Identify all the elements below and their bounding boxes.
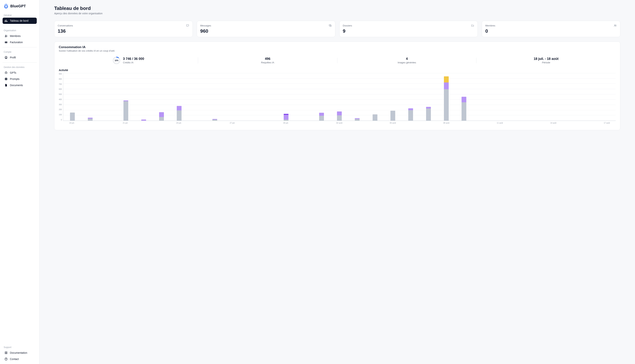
bar[interactable]	[88, 118, 93, 121]
x-tick	[580, 122, 598, 124]
bar-segment	[390, 111, 395, 121]
main-content: Tableau de bord Aperçu des données de vo…	[40, 0, 635, 364]
bar[interactable]	[212, 119, 217, 121]
consumption-panel: Consommation IA Suivez l'utilisation de …	[54, 42, 620, 130]
bar-segment	[461, 97, 466, 102]
bar-segment	[373, 114, 377, 121]
bar-segment	[284, 115, 288, 120]
bar-segment	[70, 112, 75, 121]
bar[interactable]	[337, 111, 342, 121]
stat-value: 0	[485, 28, 617, 34]
stat-label: Conversations	[58, 24, 73, 27]
bar-segment	[319, 116, 324, 121]
bar-segment	[284, 120, 288, 121]
bar-segment	[408, 108, 413, 110]
stat-cards-row: Conversations136Messages960Dossiers9Memb…	[54, 21, 620, 37]
sidebar-item-contact[interactable]: Contact	[3, 356, 37, 362]
metrics-row: 10% 3 746 / 36 000 Crédits IA 496 Requêt…	[59, 56, 616, 65]
x-tick: 30 juil.	[277, 122, 295, 124]
sidebar-item-dashboard[interactable]: Tableau de bord	[3, 18, 37, 24]
bar-slot	[64, 112, 81, 121]
sidebar-item-prompts[interactable]: Prompts	[3, 76, 37, 82]
svg-rect-14	[5, 42, 7, 42]
svg-point-28	[6, 360, 6, 360]
bar[interactable]	[390, 110, 395, 121]
x-tick	[134, 122, 152, 124]
file-icon	[5, 84, 8, 87]
bar-segment	[177, 110, 182, 121]
bar[interactable]	[355, 118, 360, 121]
y-tick: 700	[59, 84, 62, 85]
logo-text: BlueGPT	[10, 4, 26, 8]
x-tick	[455, 122, 473, 124]
bar[interactable]	[408, 108, 413, 121]
bar-segment	[88, 119, 93, 121]
x-tick	[81, 122, 99, 124]
x-tick: 02 août	[330, 122, 348, 124]
page-title: Tableau de bord	[54, 6, 620, 11]
user-circle-icon	[5, 56, 8, 59]
requests-value: 496	[200, 57, 335, 61]
stat-card: Conversations136	[54, 21, 193, 37]
y-tick: 200	[59, 109, 62, 110]
sidebar: BlueGPT GénéralTableau de bordOrganisati…	[0, 0, 40, 364]
period-label: Période	[478, 61, 614, 64]
section-label: Gestion des données	[3, 64, 37, 70]
bar-segment	[141, 120, 146, 121]
y-tick: 800	[59, 78, 62, 80]
bar[interactable]	[461, 96, 466, 121]
images-metric: 4 Images générées	[337, 56, 477, 65]
bar[interactable]	[124, 100, 128, 121]
x-tick	[99, 122, 117, 124]
bar[interactable]	[159, 112, 164, 121]
nav-label: Contact	[10, 358, 19, 360]
bar[interactable]	[319, 112, 324, 121]
y-tick: 600	[59, 88, 62, 90]
y-tick: 0	[59, 119, 62, 121]
bar-slot	[419, 107, 437, 121]
bar-segment	[177, 106, 182, 110]
nav-label: Prompts	[10, 78, 20, 80]
sidebar-item-members[interactable]: Membres	[3, 33, 37, 39]
period-metric: 18 juil. - 18 août Période	[476, 56, 616, 65]
bar[interactable]	[373, 114, 377, 121]
bar[interactable]	[426, 107, 431, 121]
bar-slot	[313, 112, 331, 121]
nav-label: Membres	[10, 34, 21, 38]
bar[interactable]	[444, 76, 449, 121]
bar-segment	[426, 108, 431, 121]
credits-value: 3 746 / 36 000	[123, 57, 144, 61]
bar[interactable]	[141, 119, 146, 121]
bar[interactable]	[284, 114, 288, 121]
bar-segment	[319, 113, 324, 116]
folder-icon	[471, 24, 474, 27]
x-tick	[188, 122, 206, 124]
x-tick: 21 juil.	[117, 122, 134, 124]
logo[interactable]: BlueGPT	[3, 3, 37, 9]
bar-slot	[348, 118, 366, 121]
consumption-title: Consommation IA	[59, 45, 616, 49]
bar-segment	[212, 120, 217, 121]
x-tick	[509, 122, 527, 124]
bar[interactable]	[177, 106, 182, 121]
sidebar-item-profile[interactable]: Profil	[3, 54, 37, 60]
period-value: 18 juil. - 18 août	[478, 57, 614, 61]
bar[interactable]	[70, 112, 75, 121]
bar-segment	[408, 110, 413, 121]
stat-label: Membres	[485, 24, 495, 27]
svg-point-3	[7, 6, 7, 7]
sidebar-item-gpts[interactable]: GPTs	[3, 70, 37, 76]
svg-point-12	[7, 35, 7, 36]
sidebar-item-documents[interactable]: Documents	[3, 82, 37, 88]
x-tick	[402, 122, 420, 124]
x-tick: 08 août	[437, 122, 455, 124]
nav-label: Documentation	[10, 351, 27, 354]
credits-label: Crédits IA	[123, 61, 144, 64]
bar-segment	[444, 89, 449, 121]
book-icon	[5, 351, 8, 354]
sidebar-item-docs[interactable]: Documentation	[3, 350, 37, 356]
x-tick	[295, 122, 313, 124]
x-tick: 18 juil.	[63, 122, 81, 124]
sidebar-item-billing[interactable]: Facturation	[3, 39, 37, 45]
bar-slot	[170, 106, 188, 121]
